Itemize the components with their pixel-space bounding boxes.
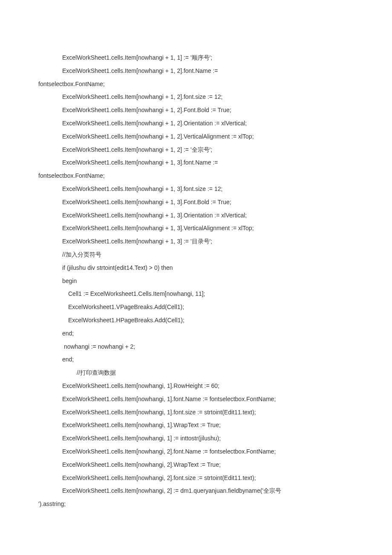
- code-line: ExcelWorksheet1.VPageBreaks.Add(Cell1);: [38, 301, 354, 314]
- code-line: nowhangi := nowhangi + 2;: [38, 340, 354, 353]
- code-line: fontselectbox.FontName;: [38, 78, 354, 91]
- code-line: ExcelWorkSheet1.cells.Item[nowhangi, 2].…: [38, 458, 354, 471]
- code-line: ExcelWorkSheet1.cells.Item[nowhangi + 1,…: [38, 117, 354, 130]
- code-line: begin: [38, 275, 354, 288]
- code-line: ExcelWorkSheet1.cells.Item[nowhangi, 1].…: [38, 419, 354, 432]
- code-line: end;: [38, 353, 354, 366]
- code-line: ExcelWorkSheet1.cells.Item[nowhangi + 1,…: [38, 90, 354, 104]
- code-line: if (jilushu div strtoint(edit14.Text) > …: [38, 261, 354, 275]
- code-line: ExcelWorkSheet1.cells.Item[nowhangi, 1].…: [38, 406, 354, 419]
- document-page: ExcelWorkSheet1.cells.Item[nowhangi + 1,…: [0, 0, 392, 545]
- code-line: ExcelWorkSheet1.cells.Item[nowhangi, 1].…: [38, 393, 354, 406]
- code-line: ExcelWorkSheet1.cells.Item[nowhangi + 1,…: [38, 222, 354, 235]
- code-line: ExcelWorkSheet1.cells.Item[nowhangi + 1,…: [38, 235, 354, 248]
- code-line: ExcelWorkSheet1.cells.Item[nowhangi + 1,…: [38, 104, 354, 117]
- code-line: //加入分页符号: [38, 248, 354, 261]
- code-line: ExcelWorksheet1.HPageBreaks.Add(Cell1);: [38, 314, 354, 327]
- code-line: ').asstring;: [38, 497, 354, 511]
- code-line: ExcelWorkSheet1.cells.Item[nowhangi + 1,…: [38, 196, 354, 209]
- code-line: Cell1 := ExcelWorksheet1.Cells.Item[nowh…: [38, 287, 354, 301]
- code-line: //打印查询数据: [38, 366, 354, 379]
- code-line: ExcelWorkSheet1.cells.Item[nowhangi, 2] …: [38, 484, 354, 497]
- code-line: ExcelWorkSheet1.cells.Item[nowhangi + 1,…: [38, 182, 354, 196]
- code-line: ExcelWorkSheet1.cells.Item[nowhangi + 1,…: [38, 143, 354, 156]
- code-line: ExcelWorkSheet1.cells.Item[nowhangi, 1].…: [38, 379, 354, 393]
- code-line: ExcelWorkSheet1.cells.Item[nowhangi, 2].…: [38, 445, 354, 458]
- code-line: end;: [38, 327, 354, 340]
- code-line: ExcelWorkSheet1.cells.Item[nowhangi + 1,…: [38, 130, 354, 143]
- code-block: ExcelWorkSheet1.cells.Item[nowhangi + 1,…: [38, 51, 354, 511]
- code-line: fontselectbox.FontName;: [38, 169, 354, 182]
- code-line: ExcelWorkSheet1.cells.Item[nowhangi + 1,…: [38, 51, 354, 64]
- code-line: ExcelWorkSheet1.cells.Item[nowhangi + 1,…: [38, 156, 354, 169]
- code-line: ExcelWorkSheet1.cells.Item[nowhangi + 1,…: [38, 64, 354, 78]
- code-line: ExcelWorkSheet1.cells.Item[nowhangi, 1] …: [38, 432, 354, 445]
- code-line: ExcelWorkSheet1.cells.Item[nowhangi, 2].…: [38, 471, 354, 485]
- code-line: ExcelWorkSheet1.cells.Item[nowhangi + 1,…: [38, 209, 354, 222]
